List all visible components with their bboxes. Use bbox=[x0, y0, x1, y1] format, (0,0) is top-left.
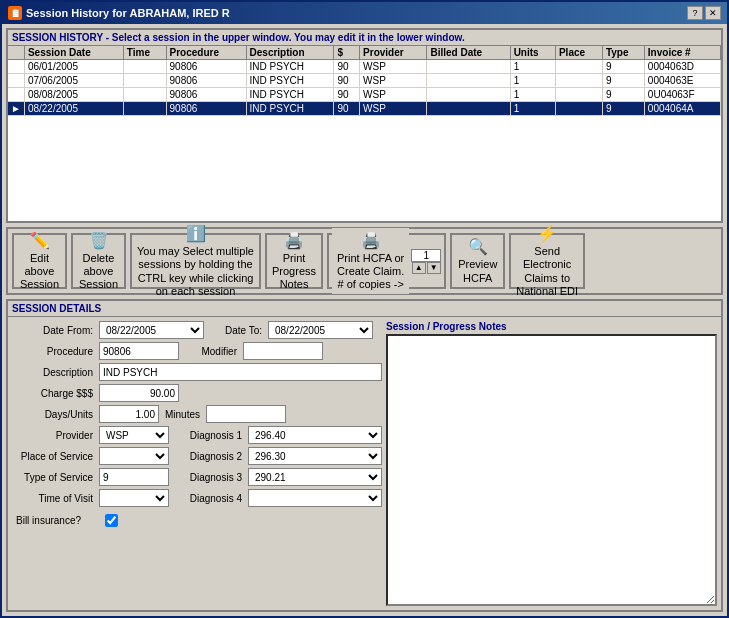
print-progress-icon: 🖨️ bbox=[284, 231, 304, 250]
diag2-select[interactable]: 296.30 bbox=[248, 447, 382, 465]
help-button[interactable]: ? bbox=[687, 6, 703, 20]
minutes-input[interactable] bbox=[206, 405, 286, 423]
type-input[interactable] bbox=[99, 468, 169, 486]
progress-notes-textarea[interactable] bbox=[386, 334, 717, 606]
col-procedure[interactable]: Procedure bbox=[166, 46, 246, 60]
delete-above-label: DeleteaboveSession bbox=[79, 252, 118, 292]
diag4-label: Diagnosis 4 bbox=[171, 493, 246, 504]
send-edi-label: SendElectronicClaims toNational EDI bbox=[516, 245, 578, 298]
procedure-label: Procedure bbox=[12, 346, 97, 357]
days-units-input[interactable] bbox=[99, 405, 159, 423]
col-description[interactable]: Description bbox=[246, 46, 334, 60]
procedure-row: Procedure Modifier bbox=[12, 342, 382, 360]
diag4-select[interactable] bbox=[248, 489, 382, 507]
diag3-label: Diagnosis 3 bbox=[171, 472, 246, 483]
provider-select[interactable]: WSP bbox=[99, 426, 169, 444]
print-hcfa-label: Print HCFA orCreate Claim.# of copies -> bbox=[337, 252, 404, 292]
details-left: Date From: 08/22/2005 Date To: 08/22/200… bbox=[12, 321, 382, 606]
col-units[interactable]: Units bbox=[510, 46, 555, 60]
time-select[interactable] bbox=[99, 489, 169, 507]
date-to-select[interactable]: 08/22/2005 bbox=[268, 321, 373, 339]
session-history-header: SESSION HISTORY - Select a session in th… bbox=[8, 30, 721, 46]
type-label: Type of Service bbox=[12, 472, 97, 483]
session-details-panel: SESSION DETAILS Date From: 08/22/2005 Da… bbox=[6, 299, 723, 612]
send-edi-button[interactable]: ⚡ SendElectronicClaims toNational EDI bbox=[509, 233, 585, 289]
procedure-input[interactable] bbox=[99, 342, 179, 360]
description-row: Description bbox=[12, 363, 382, 381]
charge-input[interactable] bbox=[99, 384, 179, 402]
delete-above-button[interactable]: 🗑️ DeleteaboveSession bbox=[71, 233, 126, 289]
hcfa-icon: 🖨️ bbox=[361, 231, 381, 250]
edit-above-label: EditaboveSession bbox=[20, 252, 59, 292]
diag3-select[interactable]: 290.21 bbox=[248, 468, 382, 486]
provider-diag1-row: Provider WSP Diagnosis 1 296.40 bbox=[12, 426, 382, 444]
col-place[interactable]: Place bbox=[555, 46, 602, 60]
provider-label: Provider bbox=[12, 430, 97, 441]
col-type[interactable]: Type bbox=[602, 46, 644, 60]
copies-up-arrow[interactable]: ▲ bbox=[412, 262, 426, 274]
time-label: Time of Visit bbox=[12, 493, 97, 504]
details-right: Session / Progress Notes bbox=[386, 321, 717, 606]
table-row[interactable]: 08/08/200590806IND PSYCH90WSP190U04063F bbox=[8, 88, 721, 102]
preview-hcfa-button[interactable]: 🔍 PreviewHCFA bbox=[450, 233, 505, 289]
place-diag2-row: Place of Service Diagnosis 2 296.30 bbox=[12, 447, 382, 465]
date-from-select[interactable]: 08/22/2005 bbox=[99, 321, 204, 339]
delete-icon: 🗑️ bbox=[89, 231, 109, 250]
days-units-row: Days/Units Minutes bbox=[12, 405, 382, 423]
copies-control: ▲ ▼ bbox=[411, 249, 441, 274]
app-icon: 📋 bbox=[8, 6, 22, 20]
time-diag4-row: Time of Visit Diagnosis 4 bbox=[12, 489, 382, 507]
main-window: 📋 Session History for ABRAHAM, IRED R ? … bbox=[0, 0, 729, 618]
details-body: Date From: 08/22/2005 Date To: 08/22/200… bbox=[8, 317, 721, 610]
date-from-label: Date From: bbox=[12, 325, 97, 336]
col-invoice[interactable]: Invoice # bbox=[644, 46, 720, 60]
minutes-label: Minutes bbox=[161, 409, 204, 420]
toolbar: ✏️ EditaboveSession 🗑️ DeleteaboveSessio… bbox=[6, 227, 723, 295]
info-icon: ℹ️ bbox=[186, 224, 206, 243]
copies-down-arrow[interactable]: ▼ bbox=[427, 262, 441, 274]
print-progress-label: PrintProgressNotes bbox=[272, 252, 316, 292]
edit-above-button[interactable]: ✏️ EditaboveSession bbox=[12, 233, 67, 289]
multi-select-button[interactable]: ℹ️ You may Select multiplesessions by ho… bbox=[130, 233, 261, 289]
date-to-label: Date To: bbox=[206, 325, 266, 336]
table-row[interactable]: 07/06/200590806IND PSYCH90WSP190004063E bbox=[8, 74, 721, 88]
bill-insurance-label: Bill insurance? bbox=[16, 515, 101, 526]
place-select[interactable] bbox=[99, 447, 169, 465]
col-time[interactable]: Time bbox=[123, 46, 166, 60]
window-title: Session History for ABRAHAM, IRED R bbox=[26, 7, 230, 19]
session-table-wrapper[interactable]: Session Date Time Procedure Description … bbox=[8, 46, 721, 221]
col-billed-date[interactable]: Billed Date bbox=[427, 46, 510, 60]
edit-icon: ✏️ bbox=[30, 231, 50, 250]
table-row[interactable]: 06/01/200590806IND PSYCH90WSP190004063D bbox=[8, 60, 721, 74]
description-label: Description bbox=[12, 367, 97, 378]
preview-icon: 🔍 bbox=[468, 237, 488, 256]
charge-row: Charge $$$ bbox=[12, 384, 382, 402]
modifier-label: Modifier bbox=[181, 346, 241, 357]
print-hcfa-button[interactable]: 🖨️ Print HCFA orCreate Claim.# of copies… bbox=[332, 228, 409, 295]
bill-insurance-row: Bill insurance? bbox=[12, 512, 382, 529]
diag2-label: Diagnosis 2 bbox=[171, 451, 246, 462]
details-header: SESSION DETAILS bbox=[8, 301, 721, 317]
modifier-input[interactable] bbox=[243, 342, 323, 360]
bill-insurance-checkbox[interactable] bbox=[105, 514, 118, 527]
diag1-select[interactable]: 296.40 bbox=[248, 426, 382, 444]
copies-input[interactable] bbox=[411, 249, 441, 262]
table-row[interactable]: ►08/22/200590806IND PSYCH90WSP190004064A bbox=[8, 102, 721, 116]
description-input[interactable] bbox=[99, 363, 382, 381]
print-progress-button[interactable]: 🖨️ PrintProgressNotes bbox=[265, 233, 323, 289]
preview-hcfa-label: PreviewHCFA bbox=[458, 258, 497, 284]
diag1-label: Diagnosis 1 bbox=[171, 430, 246, 441]
col-session-date[interactable]: Session Date bbox=[24, 46, 123, 60]
col-provider[interactable]: Provider bbox=[360, 46, 427, 60]
edi-icon: ⚡ bbox=[537, 224, 557, 243]
window-controls: ? ✕ bbox=[687, 6, 721, 20]
col-indicator bbox=[8, 46, 24, 60]
multi-select-label: You may Select multiplesessions by holdi… bbox=[137, 245, 254, 298]
col-amount[interactable]: $ bbox=[334, 46, 360, 60]
charge-label: Charge $$$ bbox=[12, 388, 97, 399]
progress-notes-label: Session / Progress Notes bbox=[386, 321, 717, 332]
session-history-panel: SESSION HISTORY - Select a session in th… bbox=[6, 28, 723, 223]
days-units-label: Days/Units bbox=[12, 409, 97, 420]
type-diag3-row: Type of Service Diagnosis 3 290.21 bbox=[12, 468, 382, 486]
close-button[interactable]: ✕ bbox=[705, 6, 721, 20]
